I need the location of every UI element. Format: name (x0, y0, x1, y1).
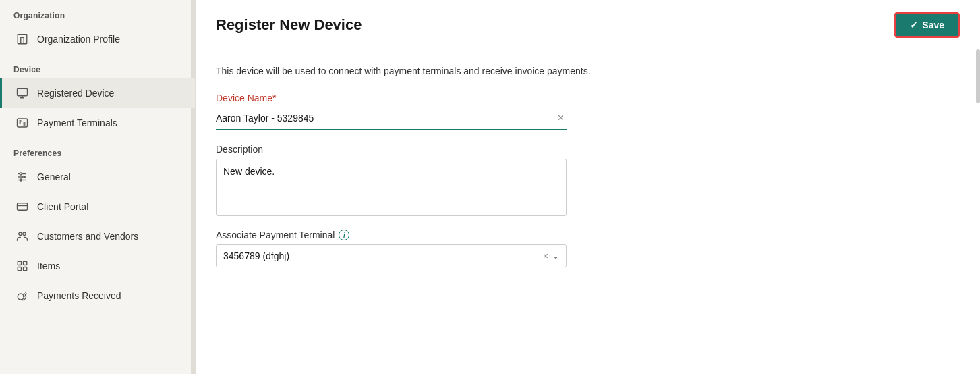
page-title: Register New Device (216, 16, 362, 34)
device-name-group: Device Name* × (216, 92, 567, 130)
sidebar-section-preferences: Preferences (0, 138, 195, 162)
info-icon[interactable]: i (339, 230, 349, 240)
associate-label-row: Associate Payment Terminal i (216, 230, 567, 240)
credit-card-icon (16, 200, 29, 213)
main-content: Register New Device ✓ Save This device w… (196, 0, 980, 374)
sidebar-item-customers-vendors[interactable]: Customers and Vendors (0, 221, 195, 251)
terminal-icon (16, 116, 29, 130)
checkmark-icon: ✓ (910, 20, 918, 30)
save-button-label: Save (922, 20, 944, 30)
chevron-down-icon[interactable]: ⌄ (552, 251, 559, 261)
svg-rect-13 (18, 261, 21, 265)
main-body: This device will be used to connect with… (196, 49, 980, 374)
main-header: Register New Device ✓ Save (196, 0, 980, 49)
sidebar-item-registered-device[interactable]: Registered Device (0, 78, 195, 108)
sidebar-item-payments-received[interactable]: Payments Received (0, 281, 195, 311)
save-button[interactable]: ✓ Save (894, 12, 960, 38)
sidebar-item-payment-terminals[interactable]: Payment Terminals (0, 108, 195, 138)
associate-terminal-group: Associate Payment Terminal i 3456789 (df… (216, 230, 567, 267)
sidebar-item-items[interactable]: Items (0, 251, 195, 281)
sidebar-item-label: Organization Profile (37, 34, 120, 45)
associate-terminal-select[interactable]: 3456789 (dfghj) × ⌄ (216, 244, 567, 267)
monitor-icon (16, 86, 29, 100)
svg-rect-15 (18, 267, 21, 271)
select-actions: × ⌄ (543, 250, 559, 261)
user-group-icon (16, 230, 29, 243)
description-label: Description (216, 144, 567, 155)
svg-point-12 (23, 232, 26, 236)
description-textarea[interactable]: New device. (217, 159, 566, 213)
device-name-input[interactable] (216, 107, 567, 129)
associate-terminal-label: Associate Payment Terminal (216, 230, 335, 240)
sidebar-item-label: Payments Received (37, 290, 121, 301)
info-text: This device will be used to connect with… (216, 65, 960, 76)
sidebar-item-label: Registered Device (37, 88, 114, 99)
sidebar-item-organization-profile[interactable]: Organization Profile (0, 24, 195, 54)
sidebar-item-client-portal[interactable]: Client Portal (0, 192, 195, 221)
svg-point-8 (20, 179, 22, 181)
svg-rect-9 (18, 203, 28, 211)
coins-icon (16, 289, 29, 302)
svg-point-7 (23, 176, 25, 178)
svg-rect-16 (24, 267, 27, 271)
main-scrollbar[interactable] (976, 49, 980, 103)
svg-point-17 (18, 294, 24, 300)
select-display[interactable]: 3456789 (dfghj) × ⌄ (217, 245, 566, 267)
select-clear-icon[interactable]: × (543, 250, 548, 261)
svg-rect-2 (18, 119, 28, 127)
svg-rect-1 (18, 88, 28, 96)
device-name-input-wrapper: × (216, 107, 567, 130)
svg-rect-14 (24, 261, 27, 265)
building-icon (16, 32, 29, 46)
sidebar-item-general[interactable]: General (0, 162, 195, 192)
grid-icon (16, 259, 29, 273)
sidebar-item-label: Customers and Vendors (37, 231, 138, 242)
sidebar-item-label: General (37, 171, 71, 182)
svg-point-6 (20, 173, 22, 175)
sidebar-item-label: Items (37, 261, 60, 271)
description-textarea-wrapper: New device. (216, 159, 567, 216)
sliders-icon (16, 170, 29, 184)
sidebar-section-device: Device (0, 54, 195, 78)
description-group: Description New device. (216, 144, 567, 216)
sidebar-item-label: Payment Terminals (37, 117, 117, 128)
svg-rect-0 (18, 34, 27, 44)
select-value: 3456789 (dfghj) (223, 250, 289, 261)
device-name-clear-button[interactable]: × (558, 113, 564, 124)
sidebar: Organization Organization Profile Device… (0, 0, 196, 374)
svg-point-11 (19, 232, 22, 236)
sidebar-item-label: Client Portal (37, 201, 88, 212)
sidebar-section-organization: Organization (0, 0, 195, 24)
device-name-label: Device Name* (216, 92, 567, 103)
